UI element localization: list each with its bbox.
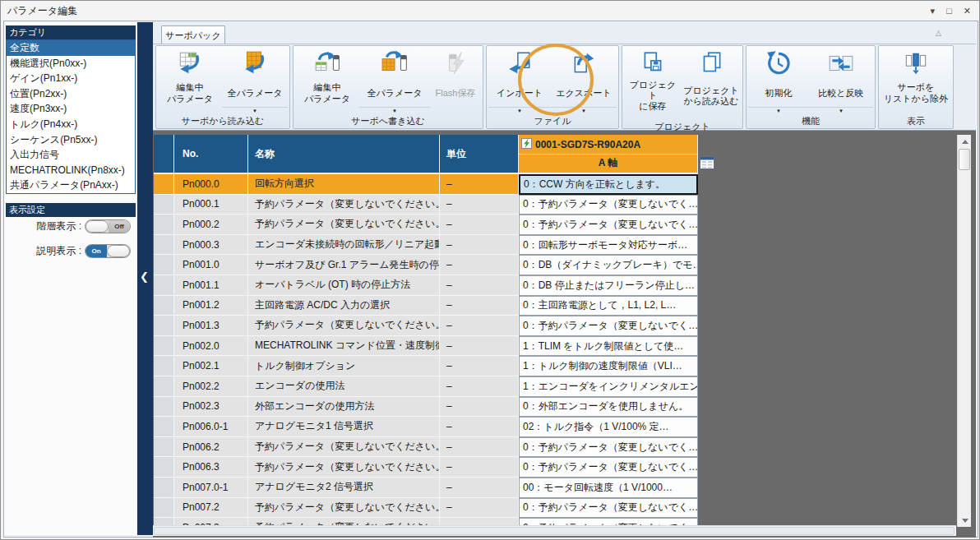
- param-unit-cell[interactable]: –: [440, 195, 519, 215]
- param-name-cell[interactable]: エンコーダ未接続時の回転形／リニア起動選: [248, 235, 440, 256]
- read-all-params-button[interactable]: 全パラメータ ▼: [222, 47, 288, 115]
- row-header-cell[interactable]: [154, 356, 174, 376]
- load-from-project-button[interactable]: プロジェクト から読み込む: [682, 47, 741, 121]
- param-name-cell[interactable]: アナログモニタ2 信号選択: [248, 478, 440, 498]
- param-number-cell[interactable]: Pn000.3: [174, 235, 248, 256]
- horizontal-scrollbar[interactable]: [153, 525, 956, 536]
- chevron-down-icon[interactable]: ▼: [809, 107, 873, 115]
- row-header-cell[interactable]: [154, 478, 174, 498]
- param-name-cell[interactable]: 予約パラメータ（変更しないでください。）: [248, 498, 440, 519]
- exclude-servo-from-list-button[interactable]: サーボを リストから除外: [881, 47, 951, 115]
- row-header-cell[interactable]: [154, 296, 174, 316]
- chevron-down-icon[interactable]: ▼: [488, 107, 551, 115]
- param-value-cell[interactable]: 1：トルク制御の速度制限値（VLI…: [519, 356, 698, 376]
- param-value-cell[interactable]: 0：CCW 方向を正転とします。: [519, 174, 698, 195]
- servo-column-header[interactable]: 0001-SGD7S-R90A20A A 軸: [519, 135, 698, 174]
- param-value-cell[interactable]: 0：予約パラメータ（変更しないでく…: [519, 437, 698, 458]
- param-name-cell[interactable]: 予約パラメータ（変更しないでください。）: [248, 437, 440, 458]
- scroll-down-icon[interactable]: [958, 514, 972, 527]
- param-number-cell[interactable]: Pn007.2: [174, 498, 248, 519]
- param-value-cell[interactable]: 0：外部エンコーダを使用しません。: [519, 397, 698, 418]
- param-number-cell[interactable]: Pn002.0: [174, 336, 248, 357]
- param-value-cell[interactable]: 1：エンコーダをインクリメンタルエンコ…: [519, 376, 698, 397]
- param-number-cell[interactable]: Pn002.1: [174, 356, 248, 376]
- param-name-cell[interactable]: サーボオフ及び Gr.1 アラーム発生時の停止: [248, 255, 440, 275]
- close-icon[interactable]: ✕: [964, 7, 971, 16]
- row-header-cell[interactable]: [154, 397, 174, 418]
- row-header-cell[interactable]: [154, 437, 174, 458]
- detail-view-icon[interactable]: [700, 156, 714, 169]
- sidebar-item-all-constants[interactable]: 全定数: [7, 40, 135, 56]
- param-number-cell[interactable]: Pn002.2: [174, 376, 248, 397]
- param-unit-cell[interactable]: –: [440, 417, 519, 437]
- row-header-cell[interactable]: [154, 417, 174, 437]
- param-name-cell[interactable]: オーバトラベル (OT) 時の停止方法: [248, 275, 440, 296]
- scroll-up-icon[interactable]: [958, 135, 972, 148]
- param-name-cell[interactable]: 外部エンコーダの使用方法: [248, 397, 440, 418]
- param-number-cell[interactable]: Pn001.1: [174, 275, 248, 296]
- window-menu-icon[interactable]: ▾: [931, 7, 936, 16]
- param-number-cell[interactable]: Pn002.3: [174, 397, 248, 418]
- param-value-cell[interactable]: 02：トルク指令（1 V/100% 定…: [519, 417, 698, 437]
- param-name-cell[interactable]: 予約パラメータ（変更しないでください。）: [248, 316, 440, 336]
- param-unit-cell[interactable]: –: [440, 174, 519, 195]
- param-number-cell[interactable]: Pn001.3: [174, 316, 248, 336]
- param-number-cell[interactable]: Pn001.2: [174, 296, 248, 316]
- save-to-project-button[interactable]: プロジェクト に保存: [624, 47, 682, 121]
- chevron-down-icon[interactable]: ▼: [748, 107, 809, 115]
- param-unit-cell[interactable]: –: [440, 457, 519, 478]
- vertical-scrollbar-thumb[interactable]: [959, 149, 970, 170]
- param-name-cell[interactable]: MECHATROLINK コマンド位置・速度制御: [248, 336, 440, 357]
- write-editing-params-button[interactable]: 編集中 パラメータ: [295, 47, 359, 115]
- param-unit-cell[interactable]: –: [440, 376, 519, 397]
- maximize-icon[interactable]: □: [946, 7, 952, 16]
- param-unit-cell[interactable]: –: [440, 397, 519, 418]
- ribbon-collapse-icon[interactable]: △: [936, 29, 941, 37]
- compare-reflect-button[interactable]: 比較と反映 ▼: [809, 47, 873, 115]
- read-editing-params-button[interactable]: 編集中 パラメータ: [158, 47, 222, 115]
- sidebar-item-common-params[interactable]: 共通パラメータ(PnAxx-): [7, 178, 135, 193]
- param-value-cell[interactable]: 0：回転形サーボモータ対応サーボ…: [519, 235, 698, 256]
- param-number-cell[interactable]: Pn006.3: [174, 457, 248, 478]
- param-value-cell[interactable]: 0：DB（ダイナミックブレーキ）でモ…: [519, 255, 698, 275]
- param-unit-cell[interactable]: –: [440, 215, 519, 235]
- param-number-cell[interactable]: Pn006.2: [174, 437, 248, 458]
- sidebar-item-function-select[interactable]: 機能選択(Pn0xx-): [7, 56, 135, 72]
- param-unit-cell[interactable]: –: [440, 275, 519, 296]
- chevron-down-icon[interactable]: ▼: [359, 107, 430, 115]
- chevron-down-icon[interactable]: ▼: [551, 107, 617, 115]
- row-header-cell[interactable]: [154, 195, 174, 215]
- sidebar-item-io-signal[interactable]: 入出力信号: [7, 147, 135, 163]
- param-unit-cell[interactable]: –: [440, 296, 519, 316]
- row-header-cell[interactable]: [154, 498, 174, 519]
- row-header-cell[interactable]: [154, 336, 174, 357]
- sidebar-item-speed[interactable]: 速度(Pn3xx-): [7, 101, 135, 117]
- param-name-cell[interactable]: トルク制御オプション: [248, 356, 440, 376]
- param-name-cell[interactable]: エンコーダの使用法: [248, 376, 440, 397]
- param-number-cell[interactable]: Pn000.1: [174, 195, 248, 215]
- hierarchy-display-toggle[interactable]: Off: [85, 219, 131, 233]
- param-number-cell[interactable]: Pn001.0: [174, 255, 248, 275]
- param-value-cell[interactable]: 00：モータ回転速度（1 V/1000…: [519, 478, 698, 498]
- param-unit-cell[interactable]: –: [440, 255, 519, 275]
- write-all-params-button[interactable]: 全パラメータ ▼: [359, 47, 430, 115]
- param-name-cell[interactable]: アナログモニタ1 信号選択: [248, 417, 440, 437]
- row-header-cell[interactable]: [154, 457, 174, 478]
- param-number-cell[interactable]: Pn000.0: [174, 174, 248, 195]
- horizontal-scrollbar-thumb[interactable]: [154, 527, 955, 535]
- param-name-cell[interactable]: 予約パラメータ（変更しないでください。）: [248, 195, 440, 215]
- param-number-cell[interactable]: Pn007.0-1: [174, 478, 248, 498]
- param-name-cell[interactable]: 予約パラメータ（変更しないでください。）: [248, 457, 440, 478]
- row-header-cell[interactable]: [154, 215, 174, 235]
- sidebar-item-mechatrolink[interactable]: MECHATROLINK(Pn8xx-): [7, 163, 135, 178]
- export-button[interactable]: エクスポート ▼: [551, 47, 617, 115]
- param-name-cell[interactable]: 予約パラメータ（変更しないでください。）: [248, 215, 440, 235]
- param-number-cell[interactable]: Pn000.2: [174, 215, 248, 235]
- sidebar-item-sequence[interactable]: シーケンス(Pn5xx-): [7, 132, 135, 148]
- collapse-sidebar-icon[interactable]: ❮: [140, 270, 149, 283]
- param-value-cell[interactable]: 1：TLIM をトルク制限値として使…: [519, 336, 698, 357]
- param-value-cell[interactable]: 0：DB 停止またはフリーラン停止し…: [519, 275, 698, 296]
- sidebar-item-torque[interactable]: トルク(Pn4xx-): [7, 117, 135, 132]
- tab-servopack[interactable]: サーボパック: [161, 25, 225, 44]
- param-unit-cell[interactable]: –: [440, 478, 519, 498]
